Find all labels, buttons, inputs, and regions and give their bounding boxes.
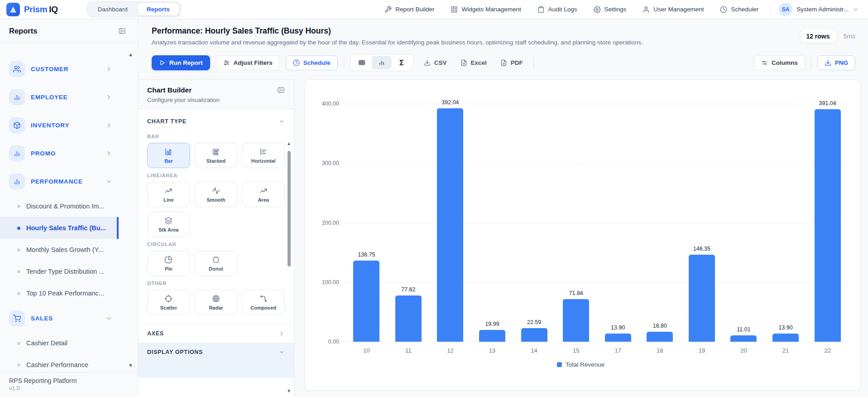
nav-link-audit-logs[interactable]: Audit Logs	[537, 6, 577, 13]
bar-11[interactable]	[395, 295, 422, 342]
sidebar-category-promo[interactable]: PROMO	[0, 139, 119, 167]
chart-type-line[interactable]: Line	[147, 182, 190, 207]
collapse-builder-icon[interactable]	[277, 86, 285, 94]
chart-type-area[interactable]: Area	[242, 182, 285, 207]
panel-scroll-up-icon[interactable]: ▲	[287, 141, 291, 146]
schedule-button[interactable]: Schedule	[286, 55, 338, 70]
y-tick-label: 0.00	[328, 339, 339, 345]
nav-link-user-management[interactable]: User Management	[643, 6, 704, 13]
chart-type-scatter[interactable]: Scatter	[147, 290, 190, 315]
section-chart-type[interactable]: CHART TYPE	[147, 116, 285, 129]
chart-type-donut[interactable]: Donut	[195, 251, 238, 276]
bar-12[interactable]	[437, 108, 463, 342]
view-toggle-sigma[interactable]: Σ	[392, 56, 412, 69]
panel-scrollbar-thumb[interactable]	[288, 151, 291, 266]
table-icon	[358, 59, 365, 66]
sidebar-title: Reports	[9, 27, 37, 35]
donut-chart-icon	[212, 256, 220, 264]
bar-slot: 77.62	[388, 88, 430, 342]
main-content: Performance: Hourly Sales Traffic (Busy …	[138, 19, 868, 397]
sidebar-report-top-10-peak-performanc[interactable]: Top 10 Peak Performanc...	[0, 282, 119, 304]
bar-22[interactable]	[815, 109, 841, 342]
sidebar-report-monthly-sales-growth-y[interactable]: Monthly Sales Growth (Y...	[0, 239, 119, 261]
png-export-button[interactable]: PNG	[817, 55, 855, 70]
toolbar-divider	[533, 56, 534, 69]
export-pdf-button[interactable]: PDF	[496, 56, 528, 70]
sidebar-report-discount-promotion-im[interactable]: Discount & Promotion Im...	[0, 195, 119, 217]
bar-15[interactable]	[563, 299, 589, 342]
sidebar-category-sales[interactable]: SALES	[0, 304, 119, 332]
bar-value-label: 22.59	[527, 319, 541, 325]
chart-icon	[378, 59, 385, 66]
chevron-right-icon	[278, 330, 285, 337]
columns-icon	[761, 59, 768, 66]
wrench-icon	[384, 6, 392, 13]
sidebar-report-cashier-detail[interactable]: Cashier Detail	[0, 332, 119, 354]
bar-19[interactable]	[689, 255, 715, 342]
export-csv-button[interactable]: CSV	[419, 56, 451, 70]
bar-slot: 392.04	[429, 88, 471, 342]
platform-name: RPS Reporting Platform	[9, 377, 129, 384]
sidebar-scroll-down-icon[interactable]: ▼	[128, 363, 133, 368]
bar-value-label: 13.90	[611, 324, 625, 331]
bar-13[interactable]	[479, 330, 505, 342]
chart-type-composed[interactable]: Composed	[242, 290, 285, 315]
download-icon	[424, 59, 431, 66]
bar-21[interactable]	[772, 334, 799, 342]
bar-10[interactable]	[353, 261, 379, 342]
sidebar-scroll-up-icon[interactable]: ▲	[128, 52, 133, 57]
section-display-options[interactable]: DISPLAY OPTIONS	[147, 344, 285, 360]
sidebar-nav: CUSTOMEREMPLOYEEINVENTORYPROMOPERFORMANC…	[0, 43, 119, 376]
collapse-sidebar-icon[interactable]	[118, 27, 126, 35]
export-excel-button[interactable]: Excel	[456, 56, 491, 70]
sidebar-report-hourly-sales-traffic-bu[interactable]: Hourly Sales Traffic (Bu...	[0, 217, 119, 239]
run-report-button[interactable]: Run Report	[152, 55, 210, 70]
brand[interactable]: PrismIQ	[6, 3, 58, 16]
x-tick-label: 10	[345, 347, 388, 354]
group-label-circular: CIRCULAR	[147, 242, 285, 247]
chart-type-smooth[interactable]: Smooth	[195, 182, 238, 207]
sidebar-category-inventory[interactable]: INVENTORY	[0, 111, 119, 139]
bar-value-label: 71.84	[569, 290, 583, 296]
x-tick-label: 18	[639, 347, 681, 354]
chart-type-stacked[interactable]: Stacked	[195, 143, 238, 168]
gear-icon	[594, 6, 601, 13]
x-tick-label: 17	[597, 347, 639, 354]
chart-legend: Total Revenue	[313, 354, 849, 373]
bar-18[interactable]	[647, 332, 673, 342]
sidebar-category-employee[interactable]: EMPLOYEE	[0, 83, 119, 111]
user-menu[interactable]: SA System Administr...	[779, 3, 859, 16]
chart-type-pie[interactable]: Pie	[147, 251, 190, 276]
columns-button[interactable]: Columns	[754, 55, 805, 70]
nav-link-report-builder[interactable]: Report Builder	[384, 6, 434, 13]
chart-type-radar[interactable]: Radar	[195, 290, 238, 315]
chevron-down-icon	[106, 178, 112, 185]
file-icon	[460, 59, 467, 66]
chevron-down-icon	[278, 118, 285, 125]
adjust-filters-button[interactable]: Adjust Filters	[216, 55, 280, 70]
chart-builder-body: CHART TYPE BARBarStackedHorizontalLINE/A…	[138, 109, 294, 397]
bar-slot: 11.01	[723, 88, 765, 342]
toolbar-divider	[811, 56, 811, 69]
tab-reports[interactable]: Reports	[138, 3, 179, 15]
chart-type-horizontal[interactable]: Horizontal	[242, 143, 285, 168]
sidebar-report-tender-type-distribution[interactable]: Tender Type Distribution ...	[0, 261, 119, 282]
bar-14[interactable]	[521, 328, 547, 342]
nav-link-widgets-management[interactable]: Widgets Management	[451, 6, 521, 13]
panel-scroll-down-icon[interactable]: ▼	[287, 388, 291, 393]
smooth-chart-icon	[212, 187, 220, 195]
chart-type-stk-area[interactable]: Stk Area	[147, 212, 190, 237]
bar-20[interactable]	[730, 335, 757, 342]
nav-link-scheduler[interactable]: Scheduler	[720, 6, 758, 13]
tab-dashboard[interactable]: Dashboard	[89, 3, 137, 15]
nav-link-settings[interactable]: Settings	[594, 6, 627, 13]
view-toggle-chart[interactable]	[372, 56, 392, 69]
bar-17[interactable]	[605, 334, 631, 342]
section-axes[interactable]: AXES	[147, 324, 285, 343]
sidebar-category-performance[interactable]: PERFORMANCE	[0, 167, 119, 195]
stacked-chart-icon	[212, 148, 220, 156]
sidebar-category-customer[interactable]: CUSTOMER	[0, 55, 119, 83]
chart-type-bar[interactable]: Bar	[147, 143, 190, 168]
view-toggle-table[interactable]	[352, 56, 372, 69]
bar-chart-icon	[9, 145, 25, 161]
